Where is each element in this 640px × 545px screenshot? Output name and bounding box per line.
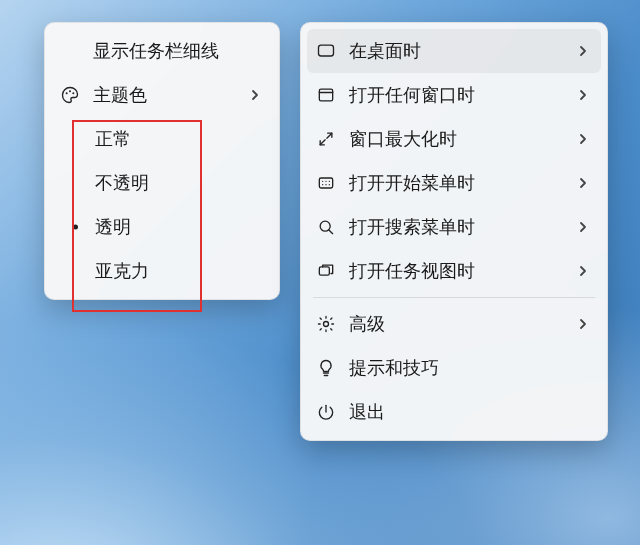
- svg-point-9: [329, 181, 330, 182]
- search-icon: [315, 216, 337, 238]
- menu-item-any-window-open[interactable]: 打开任何窗口时: [307, 73, 601, 117]
- svg-point-12: [329, 184, 330, 185]
- label: 窗口最大化时: [349, 127, 565, 151]
- submenu-item-transparent[interactable]: 透明: [51, 205, 273, 249]
- svg-rect-3: [319, 45, 334, 56]
- label: 正常: [95, 127, 273, 151]
- power-icon: [315, 401, 337, 423]
- menu-item-task-view-open[interactable]: 打开任务视图时: [307, 249, 601, 293]
- menu-item-start-menu-open[interactable]: 打开开始菜单时: [307, 161, 601, 205]
- svg-point-1: [69, 90, 71, 92]
- menu-item-window-maximized[interactable]: 窗口最大化时: [307, 117, 601, 161]
- chevron-right-icon: [577, 314, 591, 335]
- svg-point-8: [325, 181, 326, 182]
- menu-item-theme-color[interactable]: 主题色: [51, 73, 273, 117]
- svg-point-0: [66, 92, 68, 94]
- menu-item-on-desktop[interactable]: 在桌面时: [307, 29, 601, 73]
- chevron-right-icon: [249, 85, 263, 106]
- menu-item-tips-tricks[interactable]: 提示和技巧: [307, 346, 601, 390]
- label: 打开搜索菜单时: [349, 215, 565, 239]
- svg-point-10: [322, 184, 323, 185]
- menu-item-show-thin-taskbar[interactable]: 显示任务栏细线: [51, 29, 273, 73]
- chevron-right-icon: [577, 129, 591, 150]
- label: 主题色: [93, 83, 237, 107]
- submenu-theme-color: 显示任务栏细线 主题色 正常 不透明 透明 亚克力: [44, 22, 280, 300]
- palette-icon: [59, 84, 81, 106]
- desktop-icon: [315, 40, 337, 62]
- menu-item-search-menu-open[interactable]: 打开搜索菜单时: [307, 205, 601, 249]
- gear-icon: [315, 313, 337, 335]
- maximize-icon: [315, 128, 337, 150]
- svg-point-2: [72, 92, 74, 94]
- svg-rect-6: [319, 178, 332, 188]
- submenu-item-acrylic[interactable]: 亚克力: [51, 249, 273, 293]
- spacer-icon: [59, 40, 81, 62]
- svg-rect-15: [319, 267, 329, 275]
- submenu-item-opaque[interactable]: 不透明: [51, 161, 273, 205]
- window-icon: [315, 84, 337, 106]
- label: 透明: [95, 215, 273, 239]
- task-view-icon: [315, 260, 337, 282]
- label: 亚克力: [95, 259, 273, 283]
- lightbulb-icon: [315, 357, 337, 379]
- menu-item-advanced[interactable]: 高级: [307, 302, 601, 346]
- label: 高级: [349, 312, 565, 336]
- svg-point-16: [324, 322, 329, 327]
- chevron-right-icon: [577, 261, 591, 282]
- label: 打开任务视图时: [349, 259, 565, 283]
- chevron-right-icon: [577, 217, 591, 238]
- svg-line-14: [329, 230, 333, 234]
- svg-rect-4: [319, 89, 332, 101]
- svg-point-7: [322, 181, 323, 182]
- submenu-item-normal[interactable]: 正常: [51, 117, 273, 161]
- label: 打开任何窗口时: [349, 83, 565, 107]
- chevron-right-icon: [577, 173, 591, 194]
- label: 在桌面时: [349, 39, 565, 63]
- label: 提示和技巧: [349, 356, 591, 380]
- label: 显示任务栏细线: [93, 39, 263, 63]
- label: 不透明: [95, 171, 273, 195]
- menu-item-exit[interactable]: 退出: [307, 390, 601, 434]
- label: 退出: [349, 400, 591, 424]
- chevron-right-icon: [577, 41, 591, 62]
- label: 打开开始菜单时: [349, 171, 565, 195]
- svg-point-11: [325, 184, 326, 185]
- selected-bullet-icon: [73, 225, 78, 230]
- chevron-right-icon: [577, 85, 591, 106]
- main-context-menu: 在桌面时 打开任何窗口时 窗口最大化时 打开开始菜单时 打开搜索菜单时: [300, 22, 608, 441]
- start-menu-icon: [315, 172, 337, 194]
- separator: [313, 297, 595, 298]
